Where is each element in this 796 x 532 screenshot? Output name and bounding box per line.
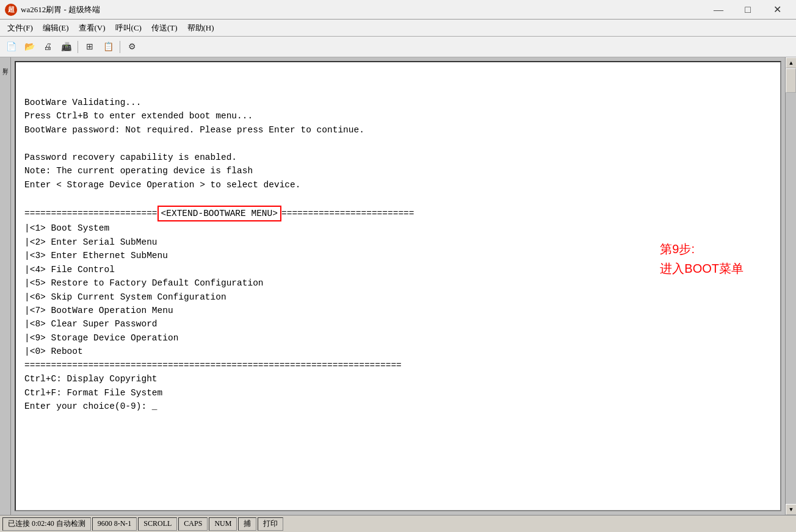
app-icon: 超 [5, 4, 17, 16]
toolbar-print[interactable]: 🖨 [39, 39, 56, 55]
menu-transfer[interactable]: 传送(T) [147, 20, 183, 36]
menu-view[interactable]: 查看(V) [74, 20, 110, 36]
terminal-wrapper: BootWare Validating... Press Ctrl+B to e… [11, 57, 785, 515]
toolbar-open[interactable]: 📂 [21, 39, 38, 55]
close-button[interactable]: ✕ [763, 0, 791, 20]
status-caps: CAPS [178, 517, 208, 531]
window-controls: — □ ✕ [704, 0, 791, 20]
status-baud: 9600 8-N-1 [92, 517, 137, 531]
toolbar-paste[interactable]: 📋 [100, 39, 117, 55]
toolbar-fax[interactable]: 📠 [57, 39, 74, 55]
toolbar: 📄 📂 🖨 📠 ⊞ 📋 ⚙ [0, 37, 796, 57]
menu-call[interactable]: 呼叫(C) [110, 20, 147, 36]
status-scroll: SCROLL [138, 517, 177, 531]
annotation: 第9步: 进入BOOT菜单 [660, 239, 744, 278]
menu-file[interactable]: 文件(F) [2, 20, 38, 36]
title-bar: 超 wa2612刷胃 - 超级终端 — □ ✕ [0, 0, 796, 20]
scroll-down-button[interactable]: ▼ [786, 504, 796, 515]
menu-bar: 文件(F) 编辑(E) 查看(V) 呼叫(C) 传送(T) 帮助(H) [0, 20, 796, 37]
menu-title-box: <EXTEND-BOOTWARE MENU> [157, 206, 281, 221]
scroll-up-button[interactable]: ▲ [786, 57, 796, 68]
left-sidebar-label3: 2 [2, 68, 9, 71]
toolbar-settings[interactable]: ⚙ [123, 39, 140, 55]
scroll-track [786, 68, 796, 504]
status-print: 打印 [258, 517, 283, 531]
maximize-button[interactable]: □ [734, 0, 762, 20]
window-title: wa2612刷胃 - 超级终端 [21, 4, 704, 15]
left-sidebar: 刷 月 2 [0, 57, 11, 515]
toolbar-copy[interactable]: ⊞ [81, 39, 98, 55]
main-area: 刷 月 2 BootWare Validating... Press Ctrl+… [0, 57, 796, 515]
status-bar: 已连接 0:02:40 自动检测 9600 8-N-1 SCROLL CAPS … [0, 515, 796, 532]
minimize-button[interactable]: — [704, 0, 733, 20]
annotation-line2: 进入BOOT菜单 [660, 259, 744, 278]
status-capture: 捕 [238, 517, 256, 531]
status-num: NUM [209, 517, 237, 531]
status-connection: 已连接 0:02:40 自动检测 [2, 517, 91, 531]
toolbar-separator-2 [120, 41, 120, 53]
menu-edit[interactable]: 编辑(E) [38, 20, 74, 36]
annotation-line1: 第9步: [660, 239, 744, 259]
toolbar-new[interactable]: 📄 [2, 39, 20, 55]
line-1: BootWare Validating... Press Ctrl+B to e… [24, 98, 414, 411]
toolbar-separator-1 [78, 41, 78, 53]
menu-help[interactable]: 帮助(H) [183, 20, 219, 36]
right-scrollbar: ▲ ▼ [785, 57, 796, 515]
scroll-thumb[interactable] [786, 68, 796, 93]
terminal[interactable]: BootWare Validating... Press Ctrl+B to e… [15, 61, 781, 511]
